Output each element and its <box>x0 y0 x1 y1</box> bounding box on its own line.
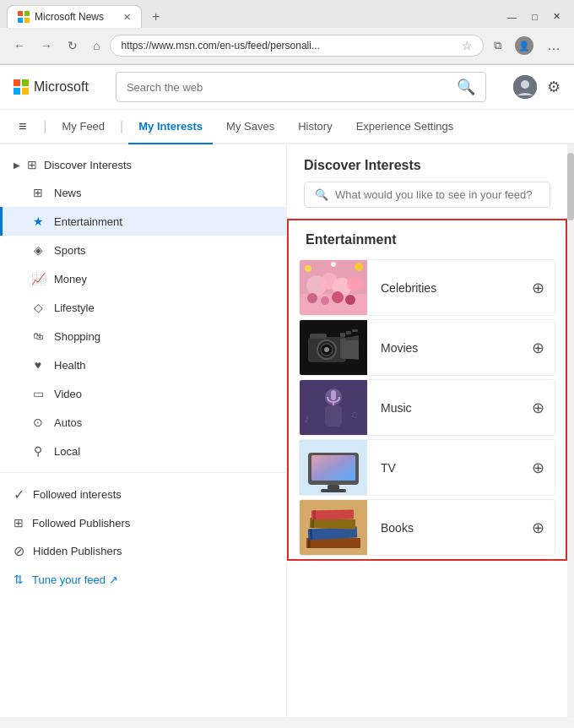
sidebar-item-money[interactable]: 📈 Money <box>0 264 286 293</box>
movies-thumbnail <box>300 320 367 375</box>
svg-rect-26 <box>352 329 358 332</box>
discover-search-input[interactable] <box>335 188 539 201</box>
sidebar-item-video[interactable]: ▭ Video <box>0 379 286 408</box>
active-tab[interactable]: Microsoft News ✕ <box>7 5 142 28</box>
music-label: Music <box>367 401 532 415</box>
discover-title: Discover Interests <box>304 158 550 173</box>
search-input[interactable] <box>127 81 457 94</box>
svg-text:♫: ♫ <box>350 409 358 421</box>
sidebar-followed-publishers[interactable]: ⊞ Followed Publishers <box>0 509 286 536</box>
movies-label: Movies <box>367 341 532 355</box>
sidebar-hidden-publishers[interactable]: ⊘ Hidden Publishers <box>0 536 286 566</box>
tab-my-interests[interactable]: My Interests <box>128 110 213 144</box>
entertainment-header: Entertainment <box>289 220 566 256</box>
sidebar-item-health-label: Health <box>54 359 86 372</box>
svg-point-16 <box>305 265 311 272</box>
sidebar-tune-feed[interactable]: ⇅ Tune your feed ↗ <box>0 566 286 593</box>
discover-search-icon: 🔍 <box>315 188 328 201</box>
logo-text: Microsoft <box>34 79 89 95</box>
url-bar[interactable]: https://www.msn.com/en-us/feed/personali… <box>110 35 484 57</box>
tune-feed-label: Tune your feed ↗ <box>32 573 118 586</box>
collections-icon[interactable]: ⧉ <box>489 35 506 56</box>
svg-rect-33 <box>331 390 336 400</box>
home-button[interactable]: ⌂ <box>88 35 105 56</box>
minimize-button[interactable]: — <box>501 10 523 24</box>
shopping-icon: 🛍 <box>30 329 46 344</box>
url-text: https://www.msn.com/en-us/feed/personali… <box>121 40 457 52</box>
new-tab-button[interactable]: + <box>145 6 166 28</box>
microsoft-squares-icon <box>14 79 29 95</box>
tab-title: Microsoft News <box>35 11 104 23</box>
refresh-button[interactable]: ↻ <box>62 35 83 56</box>
books-label: Books <box>367 521 532 535</box>
more-options-icon[interactable]: … <box>542 35 566 57</box>
main-content: ▶ ⊞ Discover Interests ⊞ News ★ Entertai… <box>0 144 574 717</box>
sidebar-item-health[interactable]: ♥ Health <box>0 350 286 379</box>
hamburger-menu[interactable]: ≡ <box>14 112 31 141</box>
discover-search[interactable]: 🔍 <box>304 182 550 208</box>
star-icon: ☆ <box>462 39 473 52</box>
sidebar-item-news-label: News <box>54 187 82 199</box>
svg-rect-24 <box>340 333 345 337</box>
discover-interests-header[interactable]: ▶ ⊞ Discover Interests <box>0 151 286 178</box>
autos-icon: ⊙ <box>30 415 46 430</box>
interest-card-books: Books ⊕ <box>299 499 555 556</box>
maximize-button[interactable]: □ <box>525 10 544 24</box>
sq-red <box>14 79 20 86</box>
svg-rect-27 <box>310 334 327 339</box>
settings-gear-icon[interactable]: ⚙ <box>547 78 560 96</box>
entertainment-panel: Entertainment <box>287 219 567 561</box>
sidebar-item-local[interactable]: ⚲ Local <box>0 437 286 465</box>
tab-my-feed[interactable]: My Feed <box>52 110 116 144</box>
header-right: ⚙ <box>513 75 560 99</box>
celebrities-add-button[interactable]: ⊕ <box>532 279 544 297</box>
search-icon[interactable]: 🔍 <box>457 78 475 96</box>
interest-card-tv: TV ⊕ <box>299 439 555 496</box>
tab-favicon <box>18 11 30 23</box>
tab-experience-settings[interactable]: Experience Settings <box>346 110 464 144</box>
sidebar-item-autos[interactable]: ⊙ Autos <box>0 408 286 437</box>
page-content: Microsoft 🔍 ⚙ ≡ | My Feed | My Interests… <box>0 65 574 717</box>
forward-button[interactable]: → <box>35 35 57 56</box>
tv-add-button[interactable]: ⊕ <box>532 459 544 477</box>
money-icon: 📈 <box>30 271 46 286</box>
movies-add-button[interactable]: ⊕ <box>532 339 544 357</box>
sidebar-item-entertainment-label: Entertainment <box>54 215 122 228</box>
svg-rect-25 <box>346 331 351 334</box>
followed-publishers-label: Followed Publishers <box>32 517 130 530</box>
sidebar-item-news[interactable]: ⊞ News <box>0 178 286 207</box>
msn-logo: Microsoft <box>14 79 89 95</box>
entertainment-icon: ★ <box>30 214 46 229</box>
svg-rect-50 <box>311 510 354 520</box>
sidebar-item-shopping[interactable]: 🛍 Shopping <box>0 322 286 350</box>
profile-icon[interactable]: 👤 <box>510 33 539 58</box>
svg-point-10 <box>347 276 362 291</box>
svg-point-12 <box>307 293 317 303</box>
followed-interests-label: Followed interests <box>33 488 122 501</box>
sidebar-item-sports[interactable]: ◈ Sports <box>0 236 286 264</box>
sq-blue <box>14 88 20 95</box>
tab-my-saves[interactable]: My Saves <box>216 110 284 144</box>
close-button[interactable]: ✕ <box>546 9 567 24</box>
arrow-icon: ▶ <box>14 160 20 170</box>
tab-close-button[interactable]: ✕ <box>123 12 131 23</box>
local-icon: ⚲ <box>30 443 46 459</box>
followed-publishers-icon: ⊞ <box>14 516 24 530</box>
celebrities-label: Celebrities <box>367 281 532 295</box>
tab-history[interactable]: History <box>288 110 342 144</box>
header-search[interactable]: 🔍 <box>116 72 486 102</box>
followed-interests-icon: ✓ <box>14 486 24 503</box>
scrollbar-thumb[interactable] <box>567 153 574 220</box>
sq-green <box>22 79 29 86</box>
scrollbar[interactable] <box>567 144 574 717</box>
music-add-button[interactable]: ⊕ <box>532 399 544 417</box>
sidebar-item-lifestyle[interactable]: ◇ Lifestyle <box>0 293 286 322</box>
books-add-button[interactable]: ⊕ <box>532 519 544 537</box>
avatar[interactable] <box>513 75 537 99</box>
svg-rect-51 <box>313 510 316 519</box>
msn-header: Microsoft 🔍 ⚙ <box>0 65 574 110</box>
back-button[interactable]: ← <box>8 35 30 56</box>
sidebar-followed-interests[interactable]: ✓ Followed interests <box>0 480 286 509</box>
sidebar-item-entertainment[interactable]: ★ Entertainment <box>0 207 286 236</box>
video-icon: ▭ <box>30 386 46 401</box>
